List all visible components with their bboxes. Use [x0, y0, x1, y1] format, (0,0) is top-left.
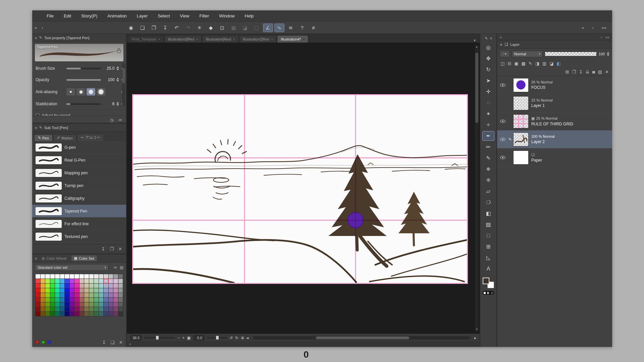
canvas-artwork[interactable] — [133, 95, 467, 283]
color-swatch[interactable] — [74, 274, 79, 279]
fill-tool[interactable]: ◧ — [482, 208, 494, 218]
layer-color-icon[interactable]: ◧ — [557, 61, 561, 66]
aa-strong-button[interactable] — [97, 88, 105, 96]
color-swatch[interactable] — [118, 288, 123, 293]
color-swatch[interactable] — [55, 279, 60, 283]
collapse-panel-icon[interactable]: « — [32, 25, 39, 30]
pen-small-icon[interactable]: ✎ — [485, 36, 488, 41]
color-swatch[interactable] — [99, 312, 104, 316]
gradient-tool[interactable]: ▨ — [482, 220, 494, 229]
color-swatch[interactable] — [50, 302, 55, 307]
color-swatch[interactable] — [109, 274, 113, 279]
color-swatch[interactable] — [94, 293, 99, 297]
auto-select-tool[interactable]: ✶ — [482, 109, 494, 119]
tab-modified-icon[interactable]: ● — [303, 38, 304, 40]
menu-item-filter[interactable]: Filter — [194, 10, 214, 21]
color-swatch[interactable] — [109, 307, 113, 311]
color-swatch[interactable] — [74, 302, 79, 307]
color-swatch[interactable] — [45, 274, 50, 279]
stabilization-value[interactable]: 6 — [103, 102, 114, 106]
color-swatch[interactable] — [109, 302, 113, 307]
clip-studio-logo-icon[interactable]: ◉ — [126, 23, 136, 32]
rotation-value[interactable]: 0.0 — [193, 335, 205, 341]
color-swatch[interactable] — [109, 288, 113, 293]
menu-item-animation[interactable]: Animation — [102, 10, 132, 21]
grid-toggle-icon[interactable]: # — [309, 23, 319, 32]
color-swatch[interactable] — [104, 307, 108, 311]
layer-opacity-value[interactable]: 100 — [599, 52, 605, 56]
reset-view-icon[interactable]: ⊕ — [241, 336, 244, 340]
color-swatch[interactable] — [36, 288, 40, 293]
color-swatch[interactable] — [109, 279, 113, 283]
color-swatch[interactable] — [41, 288, 45, 293]
quick-color-chip[interactable] — [48, 341, 51, 344]
color-swatch[interactable] — [65, 288, 69, 293]
color-swatch[interactable] — [84, 312, 89, 316]
decoration-tool[interactable]: ❈ — [482, 175, 494, 185]
color-swatch[interactable] — [41, 312, 45, 316]
eye-icon[interactable] — [500, 120, 505, 123]
color-swatch[interactable] — [113, 302, 118, 307]
color-swatch[interactable] — [84, 293, 89, 297]
color-swatch[interactable] — [70, 284, 74, 288]
color-swatch[interactable] — [99, 284, 104, 288]
sub-tool-item[interactable]: Textured pen — [32, 230, 126, 243]
color-swatch[interactable] — [113, 279, 118, 283]
color-swatch[interactable] — [74, 279, 79, 283]
color-swatch[interactable] — [45, 312, 50, 316]
delete-swatch-icon[interactable]: ✕ — [119, 340, 123, 345]
color-swatch[interactable] — [41, 274, 45, 279]
menu-item-help[interactable]: Help — [240, 10, 259, 21]
color-swatch[interactable] — [55, 274, 60, 279]
quick-color-chip[interactable] — [36, 341, 39, 344]
color-swatch[interactable] — [70, 279, 74, 283]
color-swatch[interactable] — [65, 274, 69, 279]
color-swatch[interactable] — [94, 302, 99, 307]
color-swatch[interactable] — [89, 279, 94, 283]
nav-forward-icon[interactable]: › — [601, 35, 602, 39]
color-swatch[interactable] — [113, 293, 118, 297]
layer-thumbnail[interactable] — [513, 132, 529, 146]
delete-selection-icon[interactable]: ✳ — [195, 23, 205, 32]
lock-layer-icon[interactable]: ▣ — [514, 61, 518, 66]
help-icon[interactable]: ? — [297, 23, 307, 32]
color-swatch[interactable] — [89, 307, 94, 311]
nav-forward-icon[interactable]: › — [590, 25, 596, 30]
color-swatch[interactable] — [89, 284, 94, 288]
color-swatch[interactable] — [50, 279, 55, 283]
sub-tool-item[interactable]: Tapered Pen — [32, 205, 126, 218]
color-swatch[interactable] — [41, 307, 45, 311]
lock-transparent-pixels-icon[interactable]: ▩ — [522, 61, 526, 66]
color-swatch[interactable] — [65, 307, 69, 311]
opacity-slider[interactable] — [66, 79, 101, 81]
menu-item-file[interactable]: File — [42, 10, 59, 21]
scroll-down-icon[interactable]: ▼ — [475, 328, 479, 331]
color-swatch[interactable] — [109, 284, 113, 288]
color-swatch[interactable] — [109, 312, 113, 316]
expand-panel-icon[interactable]: » — [500, 35, 502, 39]
color-swatch[interactable] — [50, 307, 55, 311]
color-swatch[interactable] — [79, 274, 84, 279]
zoom-in-icon[interactable]: + — [182, 336, 184, 340]
color-swatch[interactable] — [65, 298, 69, 302]
color-swatch[interactable] — [36, 293, 40, 297]
panel-menu-icon[interactable]: ≡ — [35, 126, 37, 130]
color-swatch[interactable] — [99, 279, 104, 283]
document-tab[interactable]: Illustration4*● — [277, 35, 308, 43]
opacity-value[interactable]: 100 — [103, 77, 114, 82]
color-swatch[interactable] — [50, 312, 55, 316]
layer-visibility-cell[interactable] — [498, 138, 507, 141]
fg-bg-color-control[interactable] — [483, 278, 494, 288]
delete-layer-icon[interactable]: ✕ — [605, 69, 609, 74]
color-swatch[interactable] — [118, 284, 123, 288]
color-swatch[interactable] — [45, 302, 50, 307]
operation-tool[interactable]: ➤ — [482, 76, 494, 85]
pencil-tool[interactable]: ✏ — [482, 142, 494, 152]
color-swatch[interactable] — [50, 274, 55, 279]
color-swatch[interactable] — [99, 307, 104, 311]
color-swatch[interactable] — [74, 288, 79, 293]
two-pane-view-icon[interactable]: ▥ — [542, 61, 546, 66]
color-swatch[interactable] — [79, 312, 84, 316]
color-swatch[interactable] — [55, 302, 60, 307]
color-swatch[interactable] — [79, 302, 84, 307]
